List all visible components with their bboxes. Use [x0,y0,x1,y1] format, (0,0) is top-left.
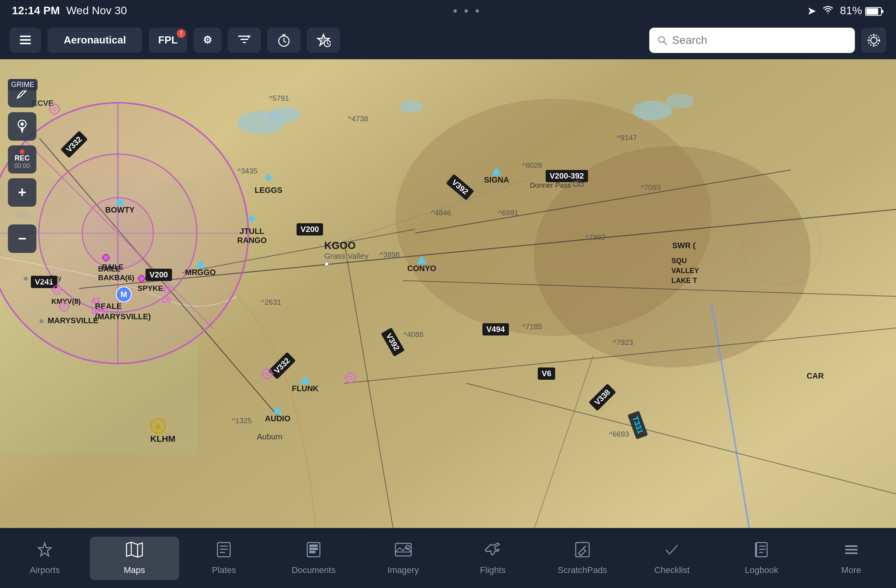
zoom-out-button[interactable]: − [8,224,36,253]
settings-button[interactable]: ⚙ [193,28,221,53]
map-type-label: Aeronautical [64,34,126,46]
timer-button[interactable] [267,28,301,53]
svg-rect-72 [574,181,578,186]
airport-signa[interactable]: SIGNA [484,167,509,185]
svg-point-55 [62,305,66,308]
svg-line-109 [583,546,586,548]
beale-vor-symbol: M [116,286,132,302]
nav-checklist[interactable]: Checklist [627,537,717,580]
rec-label: REC [15,154,30,162]
imagery-icon [394,541,412,562]
elev-7923: ^7923 [613,338,633,347]
svg-rect-4 [20,39,31,41]
vor-flunk-icon [261,368,274,382]
svg-rect-104 [310,551,315,553]
svg-rect-8 [243,42,246,43]
maps-icon [126,541,143,562]
logbook-label: Logbook [745,565,778,575]
svg-rect-1 [881,10,883,13]
nav-imagery[interactable]: Imagery [358,537,448,580]
search-box[interactable] [649,28,855,53]
checklist-icon [664,541,680,562]
navaid-jtull[interactable]: ✦ JTULLRANGO [237,211,267,245]
recent-button[interactable] [307,28,340,53]
squ-label: SQUVALLEYLAKE T [671,256,699,286]
city-yuba: Yuba City [24,274,62,283]
freq-sfc: 41SFC [91,296,108,316]
time-display: 12:14 PM [12,4,60,17]
locate-button[interactable] [861,28,887,53]
nav-more[interactable]: More [806,537,896,580]
waypoint-raile: RAILE [102,254,123,271]
nav-scratchpads[interactable]: ScratchPads [538,537,628,580]
svg-point-85 [50,104,59,114]
nav-flights[interactable]: Flights [448,537,538,580]
more-icon [843,541,859,562]
svg-point-24 [633,101,672,121]
airport-audio[interactable]: AUDIO [265,405,290,423]
scratchpads-icon [575,541,590,562]
svg-point-75 [754,217,809,273]
svg-point-67 [349,376,352,379]
documents-label: Documents [291,565,335,575]
kcve-icon [48,103,61,117]
fpl-button[interactable]: FPL ! [149,28,187,53]
svg-rect-3 [20,36,31,37]
auburn-label: Auburn [257,432,283,441]
airway-v392-2: V392 [381,328,405,356]
svg-line-81 [753,217,758,221]
nav-logbook[interactable]: Logbook [717,537,807,580]
fpl-label: FPL [158,34,178,46]
airport-kgoo[interactable]: KGOO Grass Valley [324,239,369,266]
layers-button[interactable] [9,28,41,53]
airport-mrggo[interactable]: MRGGO [185,259,216,277]
nav-documents[interactable]: Documents [269,537,359,580]
svg-line-38 [467,383,896,494]
zoom-in-button[interactable]: + [8,178,36,207]
svg-point-25 [666,94,694,108]
svg-point-93 [21,122,24,126]
elev-6991: ^6991 [498,209,518,217]
svg-rect-102 [310,545,318,547]
map-type-button[interactable]: Aeronautical [47,28,142,53]
rec-panel[interactable]: REC 00:00 [8,145,36,173]
side-controls: REC 00:00 GRIME + V23 − [8,79,36,253]
svg-line-82 [801,217,805,221]
grime-label: GRIME [8,79,38,90]
svg-rect-73 [579,183,583,186]
logbook-icon [754,541,769,562]
svg-point-23 [399,101,423,113]
elev-7093: ^7093 [641,183,661,192]
checklist-label: Checklist [654,565,690,575]
donner-pass: Donner Pass [530,180,584,190]
nav-plates[interactable]: Plates [179,537,269,580]
svg-line-83 [753,269,758,273]
v23-label: V23 [8,211,36,220]
flights-icon [484,541,502,562]
scratchpads-label: ScratchPads [558,565,607,575]
map-area[interactable]: M BEALE(MARYSVILLE) 41SFC 4126 V332 V200… [0,59,896,588]
elev-3898: ^3898 [380,251,400,259]
elev-3435: ^3435 [237,167,257,175]
svg-point-60 [263,369,272,379]
navaid-leggs[interactable]: ✦ LEGGS [255,170,282,195]
search-input[interactable] [672,34,847,47]
elev-6693: ^6693 [609,430,629,439]
airport-bowty[interactable]: BOWTY [105,197,134,215]
plates-icon [216,541,231,562]
airport-flunk[interactable]: FLUNK [292,375,319,393]
airport-conyo[interactable]: CONYO [407,255,436,273]
city-marysville: MARYSVILLE [40,316,98,325]
nav-airports[interactable]: Airports [0,537,90,580]
beale-vor-outer-ring [0,99,252,368]
pin-button[interactable] [8,112,36,141]
documents-icon [306,541,321,562]
filter-button[interactable] [228,28,261,53]
airport-klhm[interactable]: KLHM [150,418,176,444]
nav-maps[interactable]: Maps [90,537,180,580]
svg-marker-53 [102,254,110,262]
flights-label: Flights [480,565,506,575]
airway-v200-2: V200 [297,223,323,236]
status-bar: 12:14 PM Wed Nov 30 • • • ➤ 81% [0,0,896,21]
svg-rect-115 [845,545,858,547]
